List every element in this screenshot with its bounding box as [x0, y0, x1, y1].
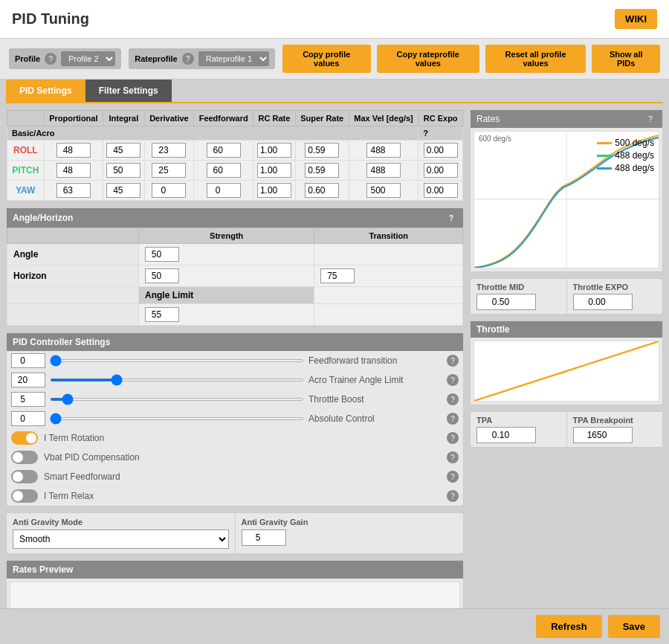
copy-profile-button[interactable]: Copy profile values	[282, 45, 371, 73]
profile-help-icon[interactable]: ?	[45, 53, 56, 65]
feedforward-transition-value[interactable]	[11, 353, 45, 368]
smart-feedforward-toggle[interactable]	[11, 470, 38, 483]
roll-d[interactable]	[144, 141, 193, 161]
pitch-label: PITCH	[7, 161, 45, 181]
tabs: PID Settings Filter Settings	[6, 80, 663, 103]
horizon-strength[interactable]	[139, 265, 314, 287]
roll-ff[interactable]	[194, 141, 253, 161]
svg-line-2	[474, 341, 659, 401]
rateprofile-select[interactable]: Rateprofile 1	[198, 51, 269, 66]
absolute-control-label: Absolute Control	[308, 413, 442, 424]
throttle-boost-value[interactable]	[11, 392, 45, 407]
save-button[interactable]: Save	[608, 615, 660, 638]
throttle-boost-help[interactable]: ?	[447, 393, 459, 405]
table-row	[7, 304, 463, 326]
smart-feedforward-help[interactable]: ?	[447, 471, 459, 483]
rateprofile-help-icon[interactable]: ?	[182, 53, 194, 65]
feedforward-transition-help[interactable]: ?	[447, 355, 459, 367]
pitch-ff[interactable]	[194, 161, 253, 181]
slider-row: Acro Trainer Angle Limit ?	[7, 370, 463, 390]
angle-strength[interactable]	[139, 244, 314, 265]
yaw-super-rate[interactable]	[295, 181, 349, 201]
basic-acro-label: Basic/Acro	[7, 126, 418, 141]
col-rc-rate: RC Rate	[253, 111, 296, 126]
roll-i[interactable]	[103, 141, 145, 161]
top-bar: Profile ? Profile 2 Rateprofile ? Ratepr…	[0, 39, 669, 80]
pid-controller-header: PID Controller Settings	[7, 333, 463, 351]
pitch-rc-expo[interactable]	[418, 161, 463, 181]
pitch-p[interactable]	[44, 161, 103, 181]
throttle-boost-slider[interactable]	[50, 398, 304, 401]
vbat-pid-help[interactable]: ?	[447, 451, 459, 463]
show-pids-button[interactable]: Show all PIDs	[592, 45, 660, 73]
roll-super-rate[interactable]	[295, 141, 349, 161]
copy-rateprofile-button[interactable]: Copy rateprofile values	[377, 45, 479, 73]
absolute-control-help[interactable]: ?	[447, 413, 459, 425]
tpa-breakpoint-input[interactable]	[573, 427, 633, 443]
roll-rc-expo[interactable]	[418, 141, 463, 161]
left-panel: Proportional Integral Derivative Feedfor…	[6, 109, 464, 644]
wiki-button[interactable]: WIKI	[615, 9, 657, 29]
acro-trainer-slider[interactable]	[50, 379, 304, 381]
pitch-i[interactable]	[103, 161, 145, 181]
legend-item: 488 deg/s	[597, 150, 654, 161]
refresh-button[interactable]: Refresh	[536, 615, 601, 638]
acro-trainer-help[interactable]: ?	[447, 374, 459, 386]
smart-feedforward-label: Smart Feedforward	[44, 471, 441, 482]
absolute-control-slider[interactable]	[50, 417, 304, 420]
profile-label: Profile	[15, 54, 40, 63]
vbat-pid-toggle[interactable]	[11, 451, 38, 464]
col-derivative: Derivative	[144, 111, 193, 126]
yaw-ff[interactable]	[194, 181, 253, 201]
throttle-expo-input[interactable]	[573, 294, 633, 310]
acro-trainer-value[interactable]	[11, 373, 45, 387]
tpa-input[interactable]	[476, 427, 536, 443]
yaw-d[interactable]	[144, 181, 193, 201]
profile-select[interactable]: Profile 2	[61, 51, 115, 66]
tpa-section: TPA TPA Breakpoint	[470, 411, 663, 448]
basic-acro-help[interactable]: ?	[418, 126, 463, 141]
tab-pid-settings[interactable]: PID Settings	[6, 80, 85, 102]
roll-max-vel[interactable]	[349, 141, 418, 161]
yaw-rc-rate[interactable]	[253, 181, 296, 201]
ah-col-strength: Strength	[139, 228, 314, 244]
yaw-p[interactable]	[44, 181, 103, 201]
feedforward-transition-slider[interactable]	[50, 359, 304, 362]
vbat-pid-label: Vbat PID Compensation	[44, 452, 441, 463]
main-content: Proportional Integral Derivative Feedfor…	[0, 103, 669, 644]
angle-horizon-help[interactable]: ?	[445, 212, 457, 224]
iterm-relax-help[interactable]: ?	[447, 490, 459, 502]
angle-horizon-section: Angle/Horizon ? Strength Transition Angl…	[6, 207, 464, 326]
anti-gravity-gain-input[interactable]	[242, 529, 286, 546]
roll-p[interactable]	[44, 141, 103, 161]
anti-gravity-content: Anti Gravity Mode Smooth Anti Gravity Ga…	[7, 513, 463, 553]
angle-limit-value[interactable]	[139, 304, 314, 326]
horizon-transition[interactable]	[314, 265, 463, 287]
col-integral: Integral	[103, 111, 145, 126]
roll-rc-rate[interactable]	[253, 141, 296, 161]
rates-help[interactable]: ?	[644, 113, 656, 125]
ah-col-empty	[7, 228, 139, 244]
pitch-super-rate[interactable]	[295, 161, 349, 181]
pid-controller-section: PID Controller Settings Feedforward tran…	[6, 332, 464, 506]
absolute-control-value[interactable]	[11, 411, 45, 426]
tab-filter-settings[interactable]: Filter Settings	[85, 80, 172, 102]
tpa-container: TPA	[471, 412, 567, 447]
iterm-relax-toggle[interactable]	[11, 489, 38, 503]
pitch-rc-rate[interactable]	[253, 161, 296, 181]
yaw-rc-expo[interactable]	[418, 181, 463, 201]
pitch-d[interactable]	[144, 161, 193, 181]
rates-title: Rates	[476, 114, 500, 124]
rates-preview-header: Rates Preview	[7, 561, 463, 579]
angle-horizon-title: Angle/Horizon	[13, 213, 73, 223]
angle-horizon-header: Angle/Horizon ?	[7, 208, 463, 228]
iterm-rotation-help[interactable]: ?	[447, 432, 459, 444]
anti-gravity-mode-select[interactable]: Smooth	[13, 529, 229, 549]
throttle-mid-input[interactable]	[476, 294, 536, 310]
yaw-max-vel[interactable]	[349, 181, 418, 201]
iterm-rotation-toggle[interactable]	[11, 431, 38, 445]
rates-legend: 500 deg/s 488 deg/s 488 deg/s	[597, 138, 654, 173]
reset-profile-button[interactable]: Reset all profile values	[485, 45, 586, 73]
yaw-i[interactable]	[103, 181, 145, 201]
pitch-max-vel[interactable]	[349, 161, 418, 181]
